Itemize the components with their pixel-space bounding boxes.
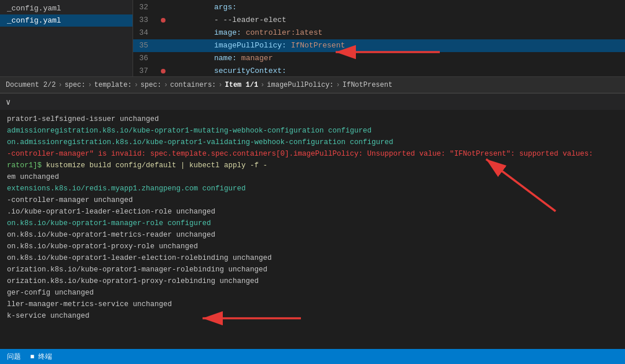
terminal-line: em unchanged xyxy=(7,171,618,183)
line-number: 33 xyxy=(133,14,157,27)
breadcrumb-item[interactable]: Item 1/1 xyxy=(225,81,259,89)
terminal-line: on.k8s.io/kube-oprator1-metrics-reader u… xyxy=(7,229,618,241)
code-line-35: 35 imagePullPolicy: IfNotPresent xyxy=(133,39,625,52)
terminal-line: .io/kube-oprator1-leader-election-role u… xyxy=(7,206,618,218)
code-line-32: 32 args: xyxy=(133,1,625,14)
status-terminal[interactable]: ■ 终端 xyxy=(30,352,52,362)
breadcrumb-containers[interactable]: containers: xyxy=(170,81,216,89)
terminal-line: orization.k8s.io/kube-oprator1-manager-r… xyxy=(7,264,618,275)
line-number: 32 xyxy=(133,1,157,14)
line-content: imagePullPolicy: IfNotPresent xyxy=(169,39,625,52)
terminal-line: k-service unchanged xyxy=(7,310,618,322)
terminal-line: orization.k8s.io/kube-oprator1-proxy-rol… xyxy=(7,275,618,287)
terminal-line: -controller-manager unchanged xyxy=(7,194,618,206)
terminal-line-error: -controller-manager" is invalid: spec.te… xyxy=(7,148,618,160)
editor-content: _config.yaml _config.yaml 32 args: 33 xyxy=(0,0,625,76)
breadcrumb-spec2[interactable]: spec: xyxy=(141,81,161,89)
line-content: securityContext: xyxy=(169,65,625,76)
code-line-34: 34 image: controller:latest xyxy=(133,27,625,39)
editor-area: _config.yaml _config.yaml 32 args: 33 xyxy=(0,0,625,93)
file-sidebar: _config.yaml _config.yaml xyxy=(0,0,133,76)
breakpoint-dot xyxy=(161,18,166,23)
terminal-content[interactable]: prator1-selfsigned-issuer unchanged admi… xyxy=(0,110,625,349)
terminal-line: extensions.k8s.io/redis.myapp1.zhangpeng… xyxy=(7,183,618,194)
terminal-line: prator1-selfsigned-issuer unchanged xyxy=(7,113,618,125)
sidebar-file-active[interactable]: _config.yaml xyxy=(0,14,133,27)
terminal-line: on.k8s.io/kube-oprator1-manager-role con… xyxy=(7,218,618,229)
line-number: 37 xyxy=(133,65,157,76)
breadcrumb-pull-policy[interactable]: imagePullPolicy: xyxy=(267,81,333,89)
code-line-33: 33 - --leader-elect xyxy=(133,14,625,27)
breadcrumb-value[interactable]: IfNotPresent xyxy=(343,81,392,89)
line-gutter xyxy=(157,18,169,23)
code-line-37: 37 securityContext: xyxy=(133,65,625,76)
terminal-line: on.admissionregistration.k8s.io/kube-opr… xyxy=(7,137,618,148)
line-number: 35 xyxy=(133,39,157,52)
line-number: 34 xyxy=(133,27,157,39)
status-terminal-label: ■ 终端 xyxy=(30,352,52,362)
terminal-line: ger-config unchanged xyxy=(7,287,618,299)
sidebar-file[interactable]: _config.yaml xyxy=(0,2,133,14)
terminal-area: ∨ prator1-selfsigned-issuer unchanged ad… xyxy=(0,93,625,349)
code-lines: 32 args: 33 - --leader-elect 34 xyxy=(133,0,625,76)
terminal-line: rator1]$ kustomize build config/default … xyxy=(7,160,618,171)
breadcrumb-doc[interactable]: Document 2/2 xyxy=(6,81,56,89)
breakpoint-dot xyxy=(161,69,166,73)
terminal-line: on.k8s.io/kube-oprator1-leader-election-… xyxy=(7,252,618,264)
terminal-chevron-icon[interactable]: ∨ xyxy=(6,97,10,107)
line-gutter xyxy=(157,69,169,73)
terminal-line: ller-manager-metrics-service unchanged xyxy=(7,299,618,310)
line-number: 36 xyxy=(133,52,157,65)
code-line-36: 36 name: manager xyxy=(133,52,625,65)
status-bar: 问题 ■ 终端 xyxy=(0,349,625,364)
status-problems-label: 问题 xyxy=(7,352,21,362)
terminal-line: admissionregistration.k8s.io/kube-oprato… xyxy=(7,125,618,137)
line-content: args: xyxy=(169,1,625,14)
breadcrumb-bar: Document 2/2 › spec: › template: › spec:… xyxy=(0,76,625,93)
terminal-line: on.k8s.io/kube-oprator1-proxy-role uncha… xyxy=(7,241,618,252)
breadcrumb-template[interactable]: template: xyxy=(94,81,132,89)
line-content: name: manager xyxy=(169,52,625,65)
status-problems[interactable]: 问题 xyxy=(7,352,21,362)
breadcrumb-spec1[interactable]: spec: xyxy=(65,81,86,89)
terminal-header: ∨ xyxy=(0,94,625,110)
line-content: - --leader-elect xyxy=(169,14,625,27)
app-window: _config.yaml _config.yaml 32 args: 33 xyxy=(0,0,625,364)
code-editor: 32 args: 33 - --leader-elect 34 xyxy=(133,0,625,76)
line-content: image: controller:latest xyxy=(169,27,625,39)
